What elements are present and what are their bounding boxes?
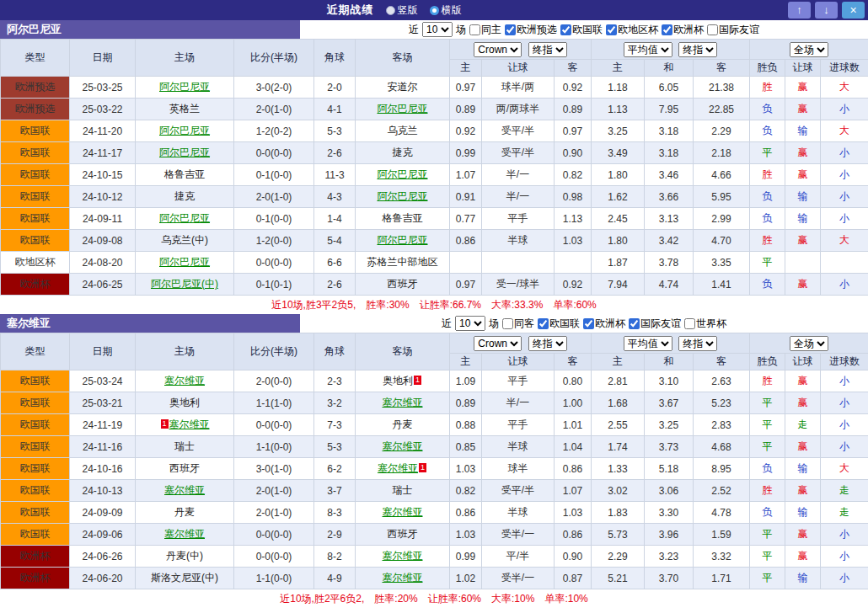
league-checkbox[interactable] — [707, 24, 718, 35]
corner-score: 1-4 — [314, 208, 356, 230]
layout-vertical-radio[interactable]: 竖版 — [386, 3, 418, 18]
average-final-select[interactable]: 终指 — [678, 42, 717, 57]
team-link[interactable]: 斯洛文尼亚(中) — [151, 572, 218, 584]
filter-same-toggle[interactable]: 同主 — [469, 23, 501, 37]
filter-same-toggle[interactable]: 同客 — [502, 317, 534, 331]
team-link[interactable]: 阿尔巴尼亚 — [378, 168, 428, 180]
team-link[interactable]: 捷克 — [393, 147, 413, 158]
team-link[interactable]: 乌克兰 — [388, 125, 418, 136]
team-link[interactable]: 塞尔维亚 — [164, 375, 205, 386]
filter-same-checkbox[interactable] — [502, 318, 513, 329]
league-checkbox[interactable] — [662, 24, 672, 35]
team-link[interactable]: 丹麦 — [393, 418, 413, 430]
team-link[interactable]: 塞尔维亚 — [383, 550, 423, 562]
team-link[interactable]: 塞尔维亚 — [383, 440, 423, 452]
team-link[interactable]: 捷克 — [174, 190, 195, 202]
team-link[interactable]: 格鲁吉亚 — [164, 168, 205, 180]
league-checkbox[interactable] — [505, 24, 516, 35]
match-score: 3-0(2-0) — [234, 77, 314, 99]
league-checkbox[interactable] — [606, 24, 617, 35]
league-checkbox[interactable] — [583, 318, 594, 329]
match-score: 0-0(0-0) — [234, 524, 314, 546]
team-link[interactable]: 安道尔 — [388, 81, 418, 93]
bookmaker-final-select[interactable]: 终指 — [528, 336, 567, 351]
team-link[interactable]: 阿尔巴尼亚 — [378, 234, 428, 246]
league-filter[interactable]: 欧洲预选 — [505, 23, 557, 37]
team-link[interactable]: 塞尔维亚 — [169, 418, 210, 430]
result-cell: 小 — [821, 186, 868, 208]
team-link[interactable]: 塞尔维亚 — [383, 572, 423, 584]
result-cell: 小 — [821, 99, 868, 120]
match-type: 欧洲预选 — [1, 99, 70, 120]
filter-count-select[interactable]: 10 — [455, 316, 485, 331]
league-filter[interactable]: 欧洲杯 — [583, 317, 625, 331]
bookmaker-select[interactable]: Crown — [474, 42, 522, 57]
filter-same-checkbox[interactable] — [469, 24, 480, 35]
euro-odds: 3.02 — [592, 480, 645, 502]
league-filter[interactable]: 欧国联 — [560, 23, 603, 37]
league-filter[interactable]: 国际友谊 — [707, 23, 759, 37]
team-link[interactable]: 塞尔维亚 — [378, 462, 418, 474]
match-type: 欧洲预选 — [1, 77, 70, 99]
league-checkbox[interactable] — [538, 318, 549, 329]
team-link[interactable]: 阿尔巴尼亚 — [159, 147, 210, 158]
team-link[interactable]: 奥地利 — [383, 375, 413, 386]
team-link[interactable]: 阿尔巴尼亚 — [159, 256, 210, 268]
team-link[interactable]: 西班牙 — [169, 462, 200, 474]
team-link[interactable]: 丹麦(中) — [166, 550, 203, 562]
result-cell: 小 — [821, 436, 868, 458]
scope-select[interactable]: 全场 — [790, 42, 828, 57]
team-link[interactable]: 塞尔维亚 — [164, 484, 205, 496]
average-select[interactable]: 平均值 — [624, 336, 672, 351]
team-link[interactable]: 丹麦 — [174, 506, 195, 518]
filter-league-checkboxes: 欧国联欧洲杯国际友谊世界杯 — [538, 317, 726, 331]
league-filter[interactable]: 世界杯 — [684, 317, 726, 331]
result-cell: 小 — [821, 274, 868, 296]
team-link[interactable]: 瑞士 — [174, 440, 195, 452]
team-link[interactable]: 乌克兰(中) — [161, 234, 208, 246]
subcol-handicap-home: 主 — [450, 354, 482, 370]
scope-select[interactable]: 全场 — [790, 336, 828, 351]
team-link[interactable]: 西班牙 — [388, 528, 418, 540]
bookmaker-final-select[interactable]: 终指 — [528, 42, 567, 57]
team-link[interactable]: 格鲁吉亚 — [383, 212, 423, 224]
scroll-up-button[interactable]: ↑ — [788, 2, 811, 19]
league-filter[interactable]: 欧地区杯 — [606, 23, 658, 37]
filter-count-select[interactable]: 10 — [422, 22, 453, 37]
team-link[interactable]: 塞尔维亚 — [383, 397, 423, 408]
layout-horizontal-radio[interactable]: 横版 — [430, 3, 462, 18]
result-cell: 负 — [750, 502, 785, 524]
team-link[interactable]: 阿尔巴尼亚 — [159, 125, 210, 136]
handicap-odds: 0.92 — [450, 120, 482, 142]
average-select[interactable]: 平均值 — [624, 42, 672, 57]
radio-label: 横版 — [442, 3, 462, 18]
team-link[interactable]: 阿尔巴尼亚(中) — [151, 278, 218, 290]
team-section: 塞尔维亚 近 10 场 同客 欧国联欧洲杯国际友谊世界杯 — [0, 314, 868, 608]
team-link[interactable]: 阿尔巴尼亚 — [159, 81, 210, 93]
team-link[interactable]: 塞尔维亚 — [383, 506, 423, 518]
scroll-down-button[interactable]: ↓ — [815, 2, 838, 19]
filter-league-checkboxes: 欧洲预选欧国联欧地区杯欧洲杯国际友谊 — [505, 23, 759, 37]
league-checkbox[interactable] — [560, 24, 571, 35]
close-button[interactable]: × — [842, 2, 865, 19]
team-link[interactable]: 阿尔巴尼亚 — [378, 103, 428, 115]
league-checkbox[interactable] — [629, 318, 640, 329]
team-link[interactable]: 阿尔巴尼亚 — [378, 190, 428, 202]
team-link[interactable]: 阿尔巴尼亚 — [159, 212, 210, 224]
league-filter[interactable]: 欧洲杯 — [662, 23, 704, 37]
team-link[interactable]: 苏格兰中部地区 — [367, 256, 438, 268]
subcol-handicap-away: 客 — [555, 354, 592, 370]
average-final-select[interactable]: 终指 — [678, 336, 717, 351]
bookmaker-select[interactable]: Crown — [474, 336, 522, 351]
team-link[interactable]: 塞尔维亚 — [164, 528, 205, 540]
team-link[interactable]: 奥地利 — [169, 397, 200, 408]
team-link[interactable]: 英格兰 — [169, 103, 200, 115]
team-link[interactable]: 瑞士 — [393, 484, 413, 496]
league-filter[interactable]: 欧国联 — [538, 317, 580, 331]
team-link[interactable]: 西班牙 — [388, 278, 418, 290]
handicap-odds: 0.90 — [555, 142, 592, 164]
league-checkbox[interactable] — [684, 318, 695, 329]
radio-icon — [430, 6, 439, 15]
euro-odds: 7.94 — [592, 274, 645, 296]
league-filter[interactable]: 国际友谊 — [629, 317, 681, 331]
